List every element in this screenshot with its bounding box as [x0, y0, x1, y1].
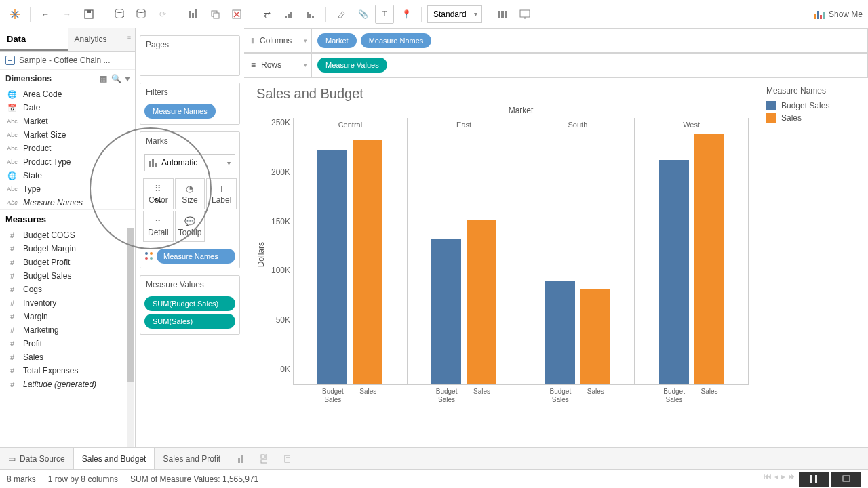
- marks-color-button[interactable]: ⠿Color: [143, 178, 174, 209]
- svg-rect-5: [87, 10, 91, 13]
- svg-rect-25: [505, 11, 507, 18]
- dimension-area-code[interactable]: 🌐Area Code: [0, 87, 135, 101]
- bar-west-sales[interactable]: [694, 134, 724, 384]
- measure-inventory[interactable]: #Inventory: [0, 296, 135, 310]
- market-header-west[interactable]: West: [635, 118, 749, 131]
- new-story-button[interactable]: [275, 448, 298, 469]
- bar-central-budget-sales[interactable]: [317, 150, 347, 384]
- pages-card[interactable]: Pages: [140, 35, 240, 76]
- presentation-icon[interactable]: [515, 5, 534, 24]
- columns-shelf[interactable]: Market Measure Names: [312, 28, 868, 53]
- legend-item-budget-sales[interactable]: Budget Sales: [766, 101, 861, 110]
- mark-type-select[interactable]: Automatic: [144, 154, 235, 171]
- bar-south-budget-sales[interactable]: [545, 281, 575, 384]
- color-legend[interactable]: Measure Names Budget Sales Sales: [760, 78, 868, 447]
- measure-budget-sales[interactable]: #Budget Sales: [0, 269, 135, 283]
- search-icon[interactable]: 🔍: [111, 74, 121, 83]
- duplicate-sheet-icon[interactable]: [205, 5, 224, 24]
- marks-label-button[interactable]: TLabel: [206, 178, 237, 209]
- sort-asc-icon[interactable]: [279, 5, 298, 24]
- logo-icon[interactable]: [5, 5, 24, 24]
- col-pill-measurenames[interactable]: Measure Names: [361, 33, 432, 48]
- view-icon[interactable]: ▦: [100, 74, 107, 83]
- bar-central-sales[interactable]: [353, 140, 382, 384]
- scrollbar-thumb[interactable]: [127, 228, 134, 382]
- marks-pill-measurenames[interactable]: Measure Names: [157, 249, 235, 264]
- measure-budget-cogs[interactable]: #Budget COGS: [0, 228, 135, 242]
- market-header-east[interactable]: East: [408, 118, 521, 131]
- marks-size-button[interactable]: ◔Size: [175, 178, 205, 209]
- tab-sales-budget[interactable]: Sales and Budget: [74, 448, 155, 469]
- sheet-title[interactable]: Sales and Budget: [256, 86, 749, 102]
- market-header-south[interactable]: South: [521, 118, 635, 131]
- dimension-date[interactable]: 📅Date: [0, 101, 135, 115]
- fit-select[interactable]: Standard: [427, 5, 482, 23]
- show-cards-icon[interactable]: [494, 5, 513, 24]
- dimension-product[interactable]: AbcProduct: [0, 142, 135, 155]
- nav-first-icon[interactable]: ⏮: [764, 472, 772, 487]
- filters-card[interactable]: Filters Measure Names: [140, 83, 240, 125]
- label-icon[interactable]: T: [375, 5, 394, 24]
- marks-tooltip-button[interactable]: 💬Tooltip: [175, 211, 205, 242]
- rows-shelf-label[interactable]: ≡Rows: [244, 53, 312, 77]
- measure-cogs[interactable]: #Cogs: [0, 283, 135, 296]
- market-header-central[interactable]: Central: [294, 118, 408, 131]
- new-worksheet-icon[interactable]: [184, 5, 203, 24]
- new-datasource-icon[interactable]: +: [110, 5, 129, 24]
- measure-marketing[interactable]: #Marketing: [0, 323, 135, 337]
- group-icon[interactable]: 📎: [353, 5, 372, 24]
- filter-pill-measurenames[interactable]: Measure Names: [144, 104, 216, 119]
- clear-sheet-icon[interactable]: [227, 5, 246, 24]
- measure-latitude-generated-[interactable]: #Latitude (generated): [0, 378, 135, 391]
- filmstrip-button[interactable]: [799, 472, 829, 487]
- new-worksheet-button[interactable]: +: [229, 448, 252, 469]
- columns-shelf-label[interactable]: ⦀Columns: [244, 28, 312, 53]
- new-dashboard-button[interactable]: [252, 448, 275, 469]
- nav-last-icon[interactable]: ⏭: [788, 472, 796, 487]
- bar-south-sales[interactable]: [580, 289, 610, 384]
- measure-sales[interactable]: #Sales: [0, 350, 135, 364]
- swap-icon[interactable]: ⇄: [258, 5, 277, 24]
- svg-rect-9: [189, 11, 191, 18]
- datasource-item[interactable]: Sample - Coffee Chain ...: [0, 52, 135, 70]
- dimension-market[interactable]: AbcMarket: [0, 115, 135, 128]
- measure-profit[interactable]: #Profit: [0, 337, 135, 350]
- measure-margin[interactable]: #Margin: [0, 310, 135, 323]
- dimension-market-size[interactable]: AbcMarket Size: [0, 128, 135, 142]
- dimension-measure-names[interactable]: AbcMeasure Names: [0, 196, 135, 209]
- sort-desc-icon[interactable]: [301, 5, 320, 24]
- dimension-type[interactable]: AbcType: [0, 182, 135, 196]
- marks-title: Marks: [140, 132, 239, 150]
- measure-budget-profit[interactable]: #Budget Profit: [0, 256, 135, 269]
- dimension-state[interactable]: 🌐State: [0, 169, 135, 182]
- pin-icon[interactable]: 📍: [397, 5, 416, 24]
- bar-east-sales[interactable]: [467, 220, 496, 384]
- legend-item-sales[interactable]: Sales: [766, 113, 861, 123]
- mv-pill-sales[interactable]: SUM(Sales): [144, 314, 235, 329]
- nav-next-icon[interactable]: ▸: [781, 472, 785, 487]
- show-me-button[interactable]: Show Me: [814, 9, 863, 20]
- tab-sales-profit[interactable]: Sales and Profit: [155, 448, 229, 469]
- col-pill-market[interactable]: Market: [317, 33, 357, 48]
- pause-updates-icon[interactable]: [132, 5, 151, 24]
- tab-datasource[interactable]: ▭Data Source: [0, 448, 74, 469]
- slideshow-button[interactable]: [831, 472, 861, 487]
- measure-total-expenses[interactable]: #Total Expenses: [0, 364, 135, 378]
- row-pill-measurevalues[interactable]: Measure Values: [317, 58, 387, 73]
- bar-east-budget-sales[interactable]: [431, 239, 461, 384]
- bar-west-budget-sales[interactable]: [659, 160, 689, 384]
- dimension-product-type[interactable]: AbcProduct Type: [0, 155, 135, 169]
- mv-pill-budget-sales[interactable]: SUM(Budget Sales): [144, 296, 235, 311]
- back-icon[interactable]: ←: [36, 5, 55, 24]
- menu-icon[interactable]: ▾: [125, 74, 130, 83]
- tab-analytics[interactable]: Analytics≡: [68, 28, 136, 51]
- viz-canvas[interactable]: Sales and Budget Dollars 250K200K150K100…: [244, 78, 760, 447]
- save-icon[interactable]: [79, 5, 98, 24]
- tab-data[interactable]: Data: [0, 28, 68, 51]
- datasource-icon: [5, 56, 15, 65]
- highlight-icon[interactable]: [332, 5, 351, 24]
- nav-prev-icon[interactable]: ◂: [774, 472, 778, 487]
- rows-shelf[interactable]: Measure Values: [312, 53, 868, 77]
- marks-detail-button[interactable]: ⠒Detail: [143, 211, 174, 242]
- measure-budget-margin[interactable]: #Budget Margin: [0, 242, 135, 256]
